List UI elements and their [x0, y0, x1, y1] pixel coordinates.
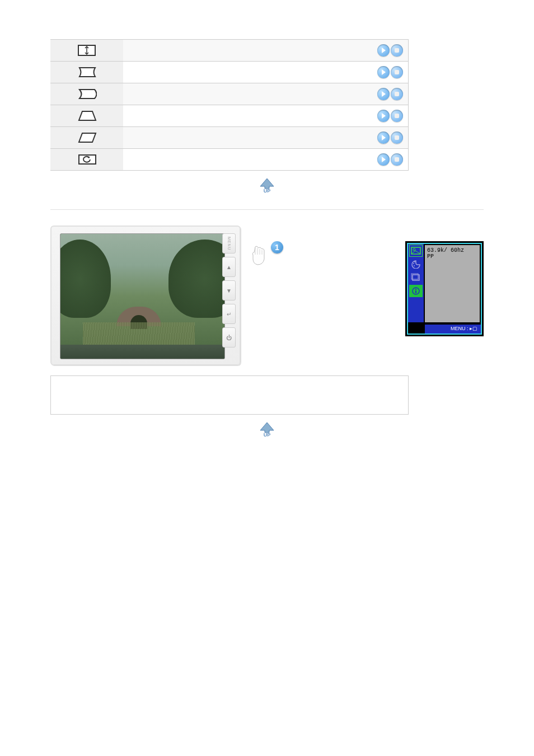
stop-button[interactable] — [391, 88, 403, 100]
icon-cell — [50, 83, 123, 105]
back-to-top-link[interactable]: UP — [50, 177, 484, 196]
play-button[interactable] — [377, 88, 390, 100]
stop-button[interactable] — [391, 110, 403, 122]
play-button[interactable] — [377, 110, 390, 122]
svg-point-5 — [413, 263, 414, 264]
stop-button[interactable] — [391, 132, 403, 144]
osd-footer: MENU : ▸▢ — [425, 325, 481, 334]
description-box — [50, 375, 409, 415]
up-arrow-icon: UP — [257, 177, 277, 194]
svg-point-4 — [413, 248, 415, 251]
action-cell — [353, 127, 409, 149]
power-button[interactable]: ⏻ — [222, 327, 236, 348]
osd-geometry-icon[interactable] — [409, 271, 423, 284]
landscape-image — [60, 234, 224, 359]
action-cell — [353, 105, 409, 127]
svg-point-7 — [414, 265, 415, 266]
geometry-options-table — [50, 39, 409, 171]
table-row — [50, 149, 409, 171]
svg-rect-11 — [415, 290, 416, 293]
desc-cell — [123, 127, 353, 149]
play-button[interactable] — [377, 44, 390, 57]
pincushion-icon — [78, 67, 96, 77]
table-row — [50, 40, 409, 62]
enter-button[interactable]: ↵ — [222, 304, 236, 324]
table-row — [50, 105, 409, 127]
pin-balance-icon — [78, 88, 96, 98]
osd-color-icon[interactable] — [409, 258, 423, 270]
desc-cell — [123, 149, 353, 171]
play-button[interactable] — [377, 153, 390, 166]
osd-menu-panel: 63.9k/ 60hz PP MENU : ▸▢ — [405, 241, 484, 336]
svg-rect-12 — [415, 289, 416, 290]
back-to-top-link[interactable]: UP — [50, 421, 484, 440]
svg-text:UP: UP — [264, 432, 271, 438]
action-cell — [353, 40, 409, 62]
monitor-illustration: MENU ▲ ▼ ↵ ⏻ — [50, 226, 241, 365]
action-cell — [353, 149, 409, 171]
desc-cell — [123, 40, 353, 62]
osd-info-icon[interactable] — [409, 285, 423, 297]
divider — [50, 209, 484, 210]
screen — [60, 233, 225, 359]
icon-cell — [50, 105, 123, 127]
stop-button[interactable] — [391, 44, 403, 57]
desc-cell — [123, 83, 353, 105]
stop-button[interactable] — [391, 66, 403, 78]
table-row — [50, 127, 409, 149]
osd-main-area: 63.9k/ 60hz PP — [425, 245, 480, 322]
osd-frequency-text: 63.9k/ 60hz — [427, 247, 477, 253]
desc-cell — [123, 62, 353, 83]
svg-point-6 — [414, 261, 415, 262]
down-button[interactable]: ▼ — [222, 280, 236, 300]
geometry-reset-icon — [78, 154, 96, 164]
monitor-control-buttons: MENU ▲ ▼ ↵ ⏻ — [222, 233, 237, 348]
icon-cell — [50, 127, 123, 149]
desc-cell — [123, 105, 353, 127]
icon-cell — [50, 40, 123, 62]
action-cell — [353, 83, 409, 105]
monitor-illustration-row: MENU ▲ ▼ ↵ ⏻ 1 — [50, 226, 484, 365]
svg-text:UP: UP — [264, 188, 271, 194]
step-number-badge: 1 — [271, 241, 283, 253]
menu-button[interactable]: MENU — [222, 233, 236, 253]
icon-cell — [50, 149, 123, 171]
action-cell — [353, 62, 409, 83]
osd-mode-text: PP — [427, 253, 477, 260]
osd-picture-icon[interactable] — [409, 245, 423, 257]
up-button[interactable]: ▲ — [222, 257, 236, 277]
table-row — [50, 83, 409, 105]
play-button[interactable] — [377, 132, 390, 144]
stop-button[interactable] — [391, 153, 403, 166]
play-button[interactable] — [377, 66, 390, 78]
table-row — [50, 62, 409, 83]
up-arrow-icon: UP — [257, 421, 277, 438]
osd-tab-list — [408, 244, 424, 322]
parallelogram-icon — [78, 132, 96, 142]
icon-cell — [50, 62, 123, 83]
v-size-icon — [78, 45, 96, 55]
trapezoid-icon — [78, 110, 96, 120]
